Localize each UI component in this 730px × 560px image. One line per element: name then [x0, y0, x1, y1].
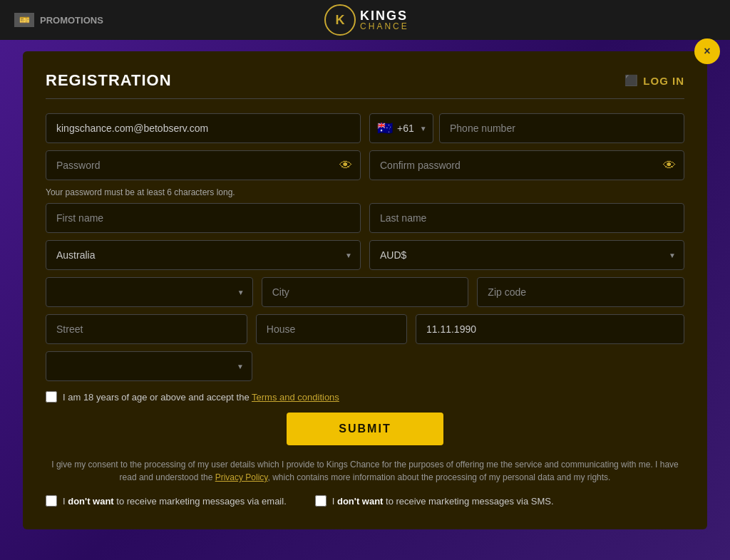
street-input[interactable] [46, 314, 247, 344]
sms-marketing-label: I don't want to receive marketing messag… [332, 496, 554, 507]
state-select-wrapper: New South Wales Victoria Queensland [46, 277, 253, 307]
street-house-dob-row [46, 314, 684, 344]
email-marketing-checkbox[interactable] [46, 495, 57, 507]
phone-group: 🇦🇺 +61 ▼ [369, 113, 684, 143]
terms-checkbox[interactable] [46, 391, 57, 403]
country-code-selector[interactable]: 🇦🇺 +61 ▼ [369, 113, 433, 143]
email-phone-row: 🇦🇺 +61 ▼ [46, 113, 684, 143]
promotions-label[interactable]: PROMOTIONS [40, 15, 103, 26]
modal-header: REGISTRATION ⬛ LOG IN × [46, 71, 684, 99]
marketing-row: I don't want to receive marketing messag… [46, 495, 684, 507]
country-currency-row: Australia United States United Kingdom A… [46, 240, 684, 270]
country-select-wrapper: Australia United States United Kingdom [46, 240, 361, 270]
first-name-field-wrapper [46, 203, 361, 233]
sms-marketing-item: I don't want to receive marketing messag… [315, 495, 554, 507]
logo-icon: K [324, 4, 356, 36]
submit-button[interactable]: SUBMIT [287, 413, 443, 445]
email-marketing-label: I don't want to receive marketing messag… [63, 496, 287, 507]
show-confirm-password-icon[interactable]: 👁 [663, 158, 676, 173]
terms-checkbox-row: I am 18 years of age or above and accept… [46, 391, 684, 403]
state-select[interactable]: New South Wales Victoria Queensland [46, 277, 253, 307]
site-logo: K KINGS CHANCE [324, 4, 409, 36]
country-select[interactable]: Australia United States United Kingdom [46, 240, 361, 270]
dob-field-wrapper [416, 314, 684, 344]
first-name-input[interactable] [46, 203, 361, 233]
gender-select[interactable]: Male Female Other [46, 351, 252, 381]
zip-input[interactable] [477, 277, 684, 307]
dont-want-sms-text: don't want [337, 496, 383, 507]
phone-input[interactable] [439, 113, 684, 143]
consent-text: I give my consent to the processing of m… [46, 458, 684, 484]
password-hint: Your password must be at least 6 charact… [46, 187, 684, 197]
state-city-zip-row: New South Wales Victoria Queensland [46, 277, 684, 307]
email-field-wrapper [46, 113, 361, 143]
last-name-input[interactable] [369, 203, 684, 233]
dont-want-email-text: don't want [68, 496, 113, 507]
login-icon: ⬛ [624, 74, 639, 87]
house-input[interactable] [256, 314, 407, 344]
sms-marketing-checkbox[interactable] [315, 495, 327, 507]
currency-select-wrapper: AUD$ USD$ EUR€ [369, 240, 684, 270]
promotions-icon: 🎫 [14, 13, 34, 27]
registration-modal: REGISTRATION ⬛ LOG IN × 🇦🇺 +61 ▼ 👁 👁 [23, 51, 707, 529]
zip-field-wrapper [477, 277, 684, 307]
close-button[interactable]: × [694, 38, 720, 64]
modal-title: REGISTRATION [46, 71, 172, 90]
email-input[interactable] [46, 113, 361, 143]
logo-kings: KINGS [360, 9, 409, 22]
house-field-wrapper [256, 314, 407, 344]
country-code-value: +61 [397, 123, 414, 134]
confirm-password-field-wrapper: 👁 [369, 150, 684, 180]
nav-promotions[interactable]: 🎫 PROMOTIONS [14, 13, 103, 27]
last-name-field-wrapper [369, 203, 684, 233]
terms-label: I am 18 years of age or above and accept… [63, 392, 339, 403]
terms-link[interactable]: Terms and conditions [252, 392, 339, 403]
password-field-wrapper: 👁 [46, 150, 361, 180]
show-password-icon[interactable]: 👁 [339, 158, 352, 173]
password-row: 👁 👁 [46, 150, 684, 180]
currency-select[interactable]: AUD$ USD$ EUR€ [369, 240, 684, 270]
gender-row: Male Female Other [46, 351, 684, 381]
dob-input[interactable] [416, 314, 684, 344]
street-field-wrapper [46, 314, 247, 344]
privacy-policy-link[interactable]: Privacy Policy [215, 472, 268, 482]
log-in-button[interactable]: ⬛ LOG IN [624, 74, 684, 87]
password-input[interactable] [46, 150, 361, 180]
top-navigation: 🎫 PROMOTIONS K KINGS CHANCE [0, 0, 730, 40]
logo-text: KINGS CHANCE [360, 9, 409, 31]
chevron-down-icon: ▼ [420, 125, 427, 133]
city-input[interactable] [262, 277, 469, 307]
confirm-password-input[interactable] [369, 150, 684, 180]
city-field-wrapper [262, 277, 469, 307]
name-row [46, 203, 684, 233]
gender-select-wrapper: Male Female Other [46, 351, 252, 381]
email-marketing-item: I don't want to receive marketing messag… [46, 495, 287, 507]
logo-chance: CHANCE [360, 22, 409, 31]
flag-icon: 🇦🇺 [377, 120, 393, 136]
